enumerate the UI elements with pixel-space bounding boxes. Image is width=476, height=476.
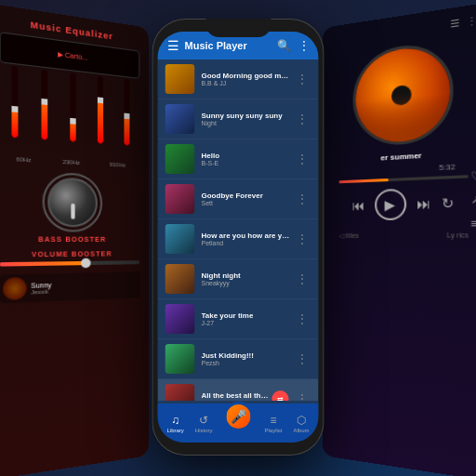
song-item[interactable]: Take your time J-27 ⋮	[158, 299, 319, 339]
song-item[interactable]: Hello B-S-E ⋮	[158, 139, 319, 179]
song-info: Good Morning good morning B.B & JJ	[202, 72, 293, 86]
song-thumbnail	[165, 344, 195, 374]
phone-wrapper: ☰ Music Player 🔍 ⋮ Good Morning good mor…	[152, 19, 324, 456]
song-artist: Sneakyyy	[202, 280, 293, 286]
np-play-button[interactable]: ▶	[375, 189, 406, 220]
np-side-controls: ♡ ↗ ≡	[470, 169, 476, 230]
song-artist: Pezsh	[202, 360, 293, 366]
song-item[interactable]: Sunny suny suny suny Night ⋮	[158, 99, 319, 139]
song-info: How are you how are you... Petland	[202, 231, 293, 246]
song-name: Good Morning good morning	[202, 72, 293, 80]
np-progress-bar[interactable]	[339, 175, 469, 183]
song-artist: B-S-E	[202, 160, 293, 166]
nav-playlist[interactable]: ≡ Playlist	[264, 414, 282, 433]
mini-player[interactable]: Sunny Jessik	[0, 271, 139, 303]
playlist-icon: ≡	[270, 414, 276, 427]
song-menu-icon[interactable]: ⋮	[293, 311, 311, 327]
song-item-active[interactable]: All the best all the best Sunnyy ⇄ ⋮	[158, 379, 319, 401]
nav-album[interactable]: ⬡ Album	[293, 414, 309, 433]
song-item[interactable]: Goodbye Forever Sett ⋮	[158, 179, 319, 219]
song-thumbnail	[165, 104, 195, 134]
song-menu-icon[interactable]: ⋮	[293, 231, 311, 247]
np-menu-icon[interactable]: ☰	[450, 17, 459, 30]
eq-bar-4[interactable]	[94, 75, 107, 153]
song-item[interactable]: Night night Sneakyyy ⋮	[158, 259, 319, 299]
nav-mic[interactable]: 🎤	[223, 415, 253, 431]
song-info: All the best all the best Sunnyy	[202, 391, 272, 401]
vol-label: VOLUME BOOSTER	[0, 250, 139, 258]
eq-bar-3[interactable]	[66, 73, 80, 152]
song-menu-icon[interactable]: ⋮	[293, 71, 311, 87]
np-song-title: er summer	[380, 152, 421, 163]
song-item[interactable]: How are you how are you... Petland ⋮	[158, 219, 319, 259]
song-name: Night night	[202, 271, 293, 280]
app-title: Music Player	[185, 40, 247, 51]
np-prev-icon[interactable]: ⏮	[351, 198, 364, 214]
song-menu-icon[interactable]: ⋮	[293, 151, 311, 167]
nav-album-label: Album	[293, 428, 309, 433]
now-playing-panel: ☰ ⋮ er summer ♡ ↗ ≡ 5:32 ⏮ ▶ ⏭ ↻ ◁ title…	[323, 3, 476, 476]
np-repeat-icon[interactable]: ↻	[441, 195, 454, 212]
eq-bar-1[interactable]	[7, 65, 22, 148]
np-settings-icon[interactable]: ⋮	[467, 14, 476, 27]
mini-avatar	[3, 277, 27, 300]
phone: ☰ Music Player 🔍 ⋮ Good Morning good mor…	[152, 19, 324, 456]
song-artist: Sett	[202, 200, 293, 206]
song-menu-icon[interactable]: ⋮	[293, 350, 311, 367]
song-thumbnail	[165, 384, 195, 401]
np-heart-icon[interactable]: ♡	[470, 169, 476, 183]
eq-bars-container	[0, 69, 139, 159]
song-thumbnail	[165, 224, 195, 254]
np-top-icons: ☰ ⋮	[332, 14, 476, 46]
song-thumbnail	[165, 64, 195, 94]
np-next-icon[interactable]: ⏭	[416, 195, 431, 212]
song-name: Just Kidding!!!	[202, 351, 293, 360]
song-info: Take your time J-27	[202, 311, 293, 326]
mic-icon: 🎤	[231, 409, 246, 424]
song-info: Just Kidding!!! Pezsh	[202, 351, 293, 366]
song-thumbnail	[165, 304, 195, 334]
header-icons: 🔍 ⋮	[277, 39, 310, 52]
nav-history[interactable]: ↺ History	[195, 414, 213, 433]
song-name: All the best all the best	[202, 391, 272, 400]
np-lyrics-right[interactable]: Ly rics	[447, 231, 469, 240]
eq-bar-5[interactable]	[120, 78, 133, 154]
song-active-icon: ⇄	[272, 390, 289, 401]
song-artist: Night	[202, 120, 293, 126]
eq-bar-2[interactable]	[37, 69, 52, 150]
library-icon: ♫	[171, 414, 179, 427]
volume-slider[interactable]	[0, 260, 139, 266]
more-icon[interactable]: ⋮	[298, 39, 310, 52]
mic-button[interactable]: 🎤	[223, 402, 253, 431]
song-menu-icon[interactable]: ⋮	[293, 111, 311, 127]
eq-display-text: ▶ Carto...	[58, 50, 87, 62]
nav-library[interactable]: ♫ Library	[166, 414, 183, 433]
nav-library-label: Library	[166, 428, 183, 433]
song-thumbnail	[165, 144, 195, 174]
song-menu-icon[interactable]: ⋮	[293, 191, 311, 207]
np-play-icon: ▶	[385, 197, 396, 213]
song-name: Goodbye Forever	[202, 192, 293, 200]
np-share-icon[interactable]: ↗	[470, 193, 476, 207]
bass-knob-area[interactable]: BASS BOOSTER	[0, 169, 139, 243]
song-artist: Petland	[202, 240, 293, 246]
song-item[interactable]: Just Kidding!!! Pezsh ⋮	[158, 339, 319, 379]
song-menu-icon[interactable]: ⋮	[293, 390, 311, 401]
bass-label: BASS BOOSTER	[38, 236, 106, 244]
volume-slider-area[interactable]: VOLUME BOOSTER	[0, 250, 139, 267]
song-menu-icon[interactable]: ⋮	[293, 271, 311, 287]
nav-playlist-label: Playlist	[264, 428, 282, 433]
np-progress-fill	[339, 178, 389, 183]
np-list-icon[interactable]: ≡	[470, 217, 476, 229]
search-icon[interactable]: 🔍	[277, 39, 291, 52]
song-name: Hello	[202, 152, 293, 160]
song-item[interactable]: Good Morning good morning B.B & JJ ⋮	[158, 60, 319, 99]
song-info: Night night Sneakyyy	[202, 271, 293, 286]
menu-icon[interactable]: ☰	[167, 39, 179, 52]
song-name: Sunny suny suny suny	[202, 112, 293, 120]
song-name: How are you how are you...	[202, 231, 293, 240]
mini-info: Sunny Jessik	[31, 279, 137, 295]
song-thumbnail	[165, 264, 195, 294]
np-lyrics-left[interactable]: ◁ titles	[339, 232, 359, 240]
app-header-left: ☰ Music Player	[167, 39, 247, 52]
